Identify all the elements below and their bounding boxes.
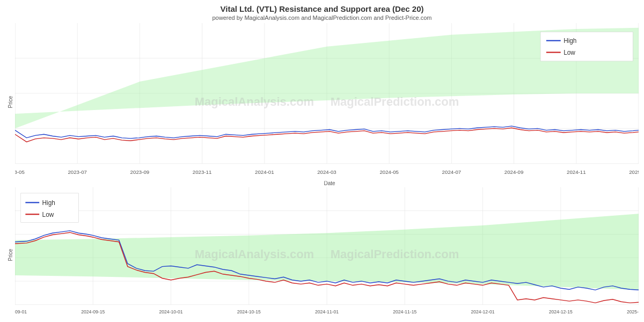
chart-subtitle: powered by MagicalAnalysis.com and Magic… [5,14,639,21]
svg-text:2024-11-15: 2024-11-15 [393,309,416,314]
svg-text:2025-01-01: 2025-01-01 [627,309,639,314]
chart1-inner: 0.0 0.2 0.4 0.6 2023-05 2023-07 2023-09 … [15,23,639,181]
svg-text:2024-10-01: 2024-10-01 [159,309,183,314]
chart2-svg: 0.25 0.30 0.35 0.40 2024-09-01 2024-09-1… [15,187,639,322]
svg-text:2024-11-01: 2024-11-01 [315,309,339,314]
svg-text:2024-12-01: 2024-12-01 [471,309,495,314]
svg-text:2024-09: 2024-09 [504,169,524,175]
svg-text:2024-10-15: 2024-10-15 [237,309,261,314]
svg-text:Low: Low [42,210,54,218]
svg-text:2023-11: 2023-11 [193,169,212,175]
svg-text:2024-07: 2024-07 [442,169,462,175]
svg-text:High: High [42,199,55,206]
svg-text:2024-11: 2024-11 [567,169,586,175]
chart1-svg: 0.0 0.2 0.4 0.6 2023-05 2023-07 2023-09 … [15,23,639,181]
svg-text:Low: Low [564,49,575,56]
chart-title: Vital Ltd. (VTL) Resistance and Support … [5,4,639,13]
chart2-y-axis-label: Price [5,187,15,322]
chart2-inner: 0.25 0.30 0.35 0.40 2024-09-01 2024-09-1… [15,187,639,322]
svg-text:2024-01: 2024-01 [255,169,274,175]
svg-text:2023-05: 2023-05 [15,169,25,175]
svg-text:2024-12-15: 2024-12-15 [549,309,573,314]
chart1-wrapper: Price [5,23,639,181]
chart2-wrapper: Price [5,187,639,322]
svg-text:2024-05: 2024-05 [379,169,399,175]
svg-text:High: High [564,37,576,45]
svg-text:2024-09-15: 2024-09-15 [81,309,105,314]
svg-text:2024-03: 2024-03 [317,169,336,175]
svg-text:2023-07: 2023-07 [68,169,87,175]
chart1-y-axis-label: Price [5,23,15,181]
svg-text:2024-09-01: 2024-09-01 [15,309,27,314]
svg-rect-32 [540,32,633,61]
charts-container: Price [5,23,639,322]
main-container: Vital Ltd. (VTL) Resistance and Support … [0,0,644,322]
svg-text:2023-09: 2023-09 [130,169,150,175]
svg-text:2025-01: 2025-01 [629,169,639,175]
